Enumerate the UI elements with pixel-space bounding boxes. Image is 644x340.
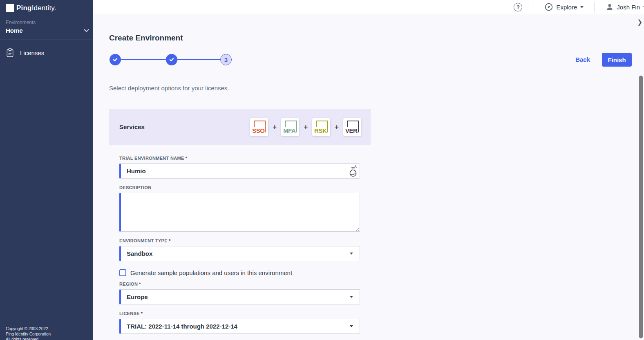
- sample-populations-checkbox[interactable]: [119, 269, 126, 276]
- explore-menu[interactable]: Explore: [534, 3, 594, 11]
- sidebar-item-label: Licenses: [20, 49, 44, 56]
- description-label: DESCRIPTION: [119, 185, 151, 190]
- chevron-down-icon: [84, 27, 89, 32]
- sample-populations-row: Generate sample populations and users in…: [119, 269, 360, 276]
- service-mfa-icon: MFA: [281, 118, 299, 136]
- environment-type-value: Sandbox: [127, 250, 152, 257]
- stepper-connector: [177, 59, 220, 60]
- license-value: TRIAL: 2022-11-14 through 2022-12-14: [127, 323, 237, 330]
- service-sso-icon: SSO: [250, 118, 268, 136]
- plus-separator: +: [334, 123, 339, 131]
- page-title: Create Environment: [109, 34, 183, 42]
- environment-type-group: ENVIRONMENT TYPE* Sandbox: [119, 238, 360, 261]
- check-icon: [112, 56, 119, 63]
- top-bar: ? Explore Josh Fin: [93, 0, 644, 14]
- trial-environment-name-label: TRIAL ENVIRONMENT NAME: [119, 156, 184, 161]
- field-label: LICENSE*: [119, 311, 360, 316]
- step-3-current[interactable]: 3: [220, 54, 232, 65]
- flask-icon: [349, 165, 358, 177]
- copyright-line: Copyright © 2003-2022: [6, 326, 51, 331]
- required-marker: *: [139, 282, 141, 286]
- services-icon-row: SSO + MFA + RSK + VER: [250, 118, 361, 136]
- current-environment-name: Home: [6, 27, 23, 34]
- caret-down-icon: [350, 325, 353, 327]
- back-button[interactable]: Back: [575, 53, 590, 67]
- environment-type-label: ENVIRONMENT TYPE: [119, 238, 168, 243]
- check-icon: [168, 56, 175, 63]
- finish-button[interactable]: Finish: [602, 53, 632, 67]
- required-marker: *: [141, 311, 143, 316]
- vertical-scrollbar[interactable]: [639, 76, 643, 338]
- region-select[interactable]: Europe: [119, 289, 360, 304]
- wizard-stepper: 3: [110, 54, 232, 65]
- copyright-line: All rights reserved: [6, 337, 51, 340]
- collapse-panel-icon[interactable]: ❯: [637, 18, 642, 26]
- sidebar: PingIdentity. Environments Home Licenses…: [0, 0, 93, 340]
- user-name: Josh Fin: [617, 4, 640, 11]
- service-code: SSO: [252, 127, 265, 134]
- user-menu[interactable]: Josh Fin: [595, 3, 644, 11]
- field-label: ENVIRONMENT TYPE*: [119, 238, 360, 244]
- field-label: REGION*: [119, 282, 360, 287]
- required-marker: *: [186, 156, 188, 161]
- service-code: MFA: [283, 127, 296, 134]
- sidebar-item-licenses[interactable]: Licenses: [0, 40, 93, 65]
- service-code: VER: [345, 127, 358, 134]
- ping-identity-logo: PingIdentity.: [0, 0, 93, 12]
- required-marker: *: [169, 238, 171, 243]
- service-code: RSK: [314, 127, 327, 134]
- explore-label: Explore: [556, 4, 577, 11]
- compass-icon: [545, 3, 553, 11]
- step-1-complete[interactable]: [110, 54, 121, 65]
- description-textarea[interactable]: [119, 193, 360, 232]
- person-icon: [606, 3, 613, 11]
- field-label: DESCRIPTION: [119, 185, 360, 190]
- ping-logo-text: PingIdentity.: [16, 4, 56, 12]
- caret-down-icon: [350, 253, 353, 255]
- description-group: DESCRIPTION: [119, 185, 360, 232]
- services-banner: Services SSO + MFA + RSK + VER: [109, 109, 371, 145]
- main-content: ❯ Create Environment 3 Back Finish Selec…: [93, 14, 644, 340]
- step-2-complete[interactable]: [166, 54, 177, 65]
- plus-separator: +: [272, 123, 277, 131]
- caret-down-icon: [580, 6, 584, 8]
- clipboard-icon: [7, 48, 13, 57]
- stepper-connector: [121, 59, 166, 60]
- field-label: TRIAL ENVIRONMENT NAME*: [119, 156, 360, 161]
- step-description: Select deployment options for your licen…: [109, 85, 229, 92]
- logo-text-regular: Identity.: [32, 4, 56, 12]
- copyright: Copyright © 2003-2022 Ping Identity Corp…: [6, 326, 51, 340]
- license-select[interactable]: TRIAL: 2022-11-14 through 2022-12-14: [119, 319, 360, 334]
- services-title: Services: [119, 123, 145, 130]
- service-risk-icon: RSK: [312, 118, 330, 136]
- ping-logo-mark-icon: [6, 4, 14, 12]
- region-value: Europe: [127, 293, 148, 300]
- copyright-line: Ping Identity Corporation: [6, 331, 51, 337]
- region-group: REGION* Europe: [119, 282, 360, 304]
- plus-separator: +: [303, 123, 308, 131]
- environment-form: TRIAL ENVIRONMENT NAME* DESCRIPTION ENVI…: [119, 156, 360, 340]
- service-verify-icon: VER: [343, 118, 361, 136]
- caret-down-icon: [350, 296, 353, 298]
- license-label: LICENSE: [119, 311, 140, 316]
- environments-label: Environments: [6, 20, 87, 25]
- environment-type-select[interactable]: Sandbox: [119, 246, 360, 261]
- trial-environment-name-group: TRIAL ENVIRONMENT NAME*: [119, 156, 360, 179]
- license-group: LICENSE* TRIAL: 2022-11-14 through 2022-…: [119, 311, 360, 334]
- region-label: REGION: [119, 282, 138, 286]
- logo-text-bold: Ping: [16, 4, 32, 12]
- environment-switcher[interactable]: Environments Home: [0, 12, 93, 34]
- sample-populations-label: Generate sample populations and users in…: [130, 269, 292, 276]
- help-icon[interactable]: ?: [514, 3, 522, 11]
- trial-environment-name-input[interactable]: [119, 163, 360, 179]
